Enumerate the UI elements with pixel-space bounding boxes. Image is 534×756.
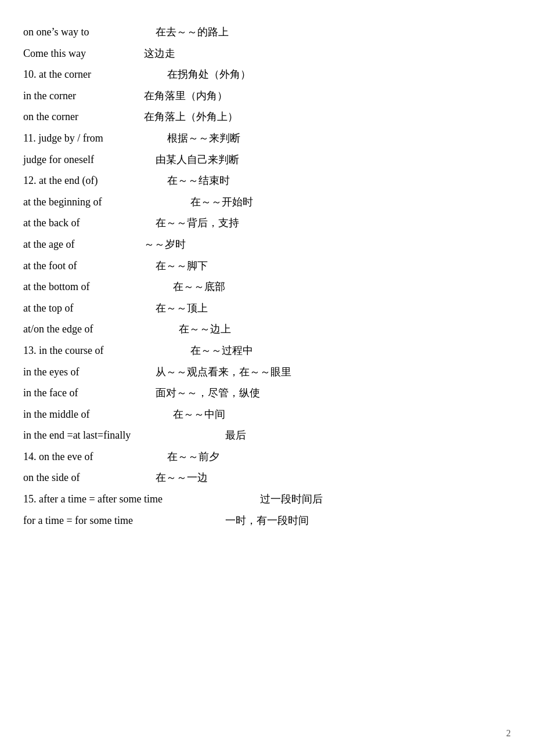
chinese-translation: 在～～一边 — [156, 469, 208, 487]
list-item: 12. at the end (of)在～～结束时 — [23, 172, 511, 190]
chinese-translation: 在角落里（内角） — [144, 87, 228, 105]
english-phrase: at the age of — [23, 236, 139, 254]
list-item: judge for oneself由某人自己来判断 — [23, 151, 511, 169]
list-item: 15. after a time = after some time过一段时间后 — [23, 490, 511, 508]
chinese-translation: 在～～脚下 — [156, 257, 208, 275]
chinese-translation: 在～～背后，支持 — [156, 214, 239, 232]
chinese-translation: 一时，有一段时间 — [225, 512, 309, 530]
chinese-translation: 在去～～的路上 — [156, 23, 229, 41]
english-phrase: at the beginning of — [23, 193, 186, 211]
list-item: on the corner在角落上（外角上） — [23, 108, 511, 126]
english-phrase: at the foot of — [23, 257, 151, 275]
chinese-translation: 由某人自己来判断 — [156, 151, 239, 169]
chinese-translation: 面对～～，尽管，纵使 — [156, 384, 260, 402]
list-item: 11. judge by / from根据～～来判断 — [23, 129, 511, 147]
chinese-translation: 从～～观点看来，在～～眼里 — [156, 363, 291, 381]
english-phrase: in the middle of — [23, 406, 168, 424]
english-phrase: at/on the edge of — [23, 320, 174, 338]
english-phrase: 11. judge by / from — [23, 129, 163, 147]
list-item: in the corner在角落里（内角） — [23, 87, 511, 105]
list-item: 14. on the eve of在～～前夕 — [23, 448, 511, 466]
english-phrase: at the bottom of — [23, 278, 168, 296]
english-phrase: at the top of — [23, 299, 151, 317]
list-item: 10. at the corner在拐角处（外角） — [23, 66, 511, 84]
chinese-translation: ～～岁时 — [144, 236, 186, 254]
chinese-translation: 这边走 — [144, 45, 175, 63]
chinese-translation: 在～～中间 — [173, 406, 225, 424]
list-item: at the age of～～岁时 — [23, 236, 511, 254]
list-item: at the bottom of在～～底部 — [23, 278, 511, 296]
chinese-translation: 根据～～来判断 — [167, 129, 240, 147]
english-phrase: in the eyes of — [23, 363, 151, 381]
english-phrase: on the side of — [23, 469, 151, 487]
list-item: at the foot of在～～脚下 — [23, 257, 511, 275]
list-item: in the eyes of从～～观点看来，在～～眼里 — [23, 363, 511, 381]
list-item: at the beginning of在～～开始时 — [23, 193, 511, 211]
list-item: in the end =at last=finally最后 — [23, 426, 511, 444]
english-phrase: for a time = for some time — [23, 512, 221, 530]
english-phrase: judge for oneself — [23, 151, 151, 169]
list-item: on the side of在～～一边 — [23, 469, 511, 487]
list-item: on one’s way to在去～～的路上 — [23, 23, 511, 41]
chinese-translation: 在～～开始时 — [190, 193, 253, 211]
main-content: on one’s way to在去～～的路上Come this way这边走10… — [23, 23, 511, 529]
list-item: at/on the edge of在～～边上 — [23, 320, 511, 338]
list-item: at the back of在～～背后，支持 — [23, 214, 511, 232]
english-phrase: 14. on the eve of — [23, 448, 163, 466]
list-item: for a time = for some time一时，有一段时间 — [23, 512, 511, 530]
chinese-translation: 在拐角处（外角） — [167, 66, 251, 84]
english-phrase: 13. in the course of — [23, 342, 186, 360]
chinese-translation: 在～～过程中 — [190, 342, 253, 360]
page-number: 2 — [506, 728, 511, 739]
english-phrase: 15. after a time = after some time — [23, 490, 255, 508]
english-phrase: in the face of — [23, 384, 151, 402]
chinese-translation: 在角落上（外角上） — [144, 108, 238, 126]
list-item: Come this way这边走 — [23, 45, 511, 63]
english-phrase: 12. at the end (of) — [23, 172, 163, 190]
list-item: in the middle of在～～中间 — [23, 406, 511, 424]
english-phrase: in the end =at last=finally — [23, 426, 221, 444]
english-phrase: at the back of — [23, 214, 151, 232]
english-phrase: Come this way — [23, 45, 139, 63]
chinese-translation: 最后 — [225, 426, 246, 444]
chinese-translation: 在～～结束时 — [167, 172, 230, 190]
chinese-translation: 过一段时间后 — [260, 490, 323, 508]
english-phrase: in the corner — [23, 87, 139, 105]
chinese-translation: 在～～顶上 — [156, 299, 208, 317]
chinese-translation: 在～～前夕 — [167, 448, 219, 466]
chinese-translation: 在～～底部 — [173, 278, 225, 296]
english-phrase: on the corner — [23, 108, 139, 126]
list-item: in the face of面对～～，尽管，纵使 — [23, 384, 511, 402]
list-item: 13. in the course of在～～过程中 — [23, 342, 511, 360]
english-phrase: on one’s way to — [23, 23, 151, 41]
english-phrase: 10. at the corner — [23, 66, 163, 84]
chinese-translation: 在～～边上 — [179, 320, 231, 338]
list-item: at the top of在～～顶上 — [23, 299, 511, 317]
